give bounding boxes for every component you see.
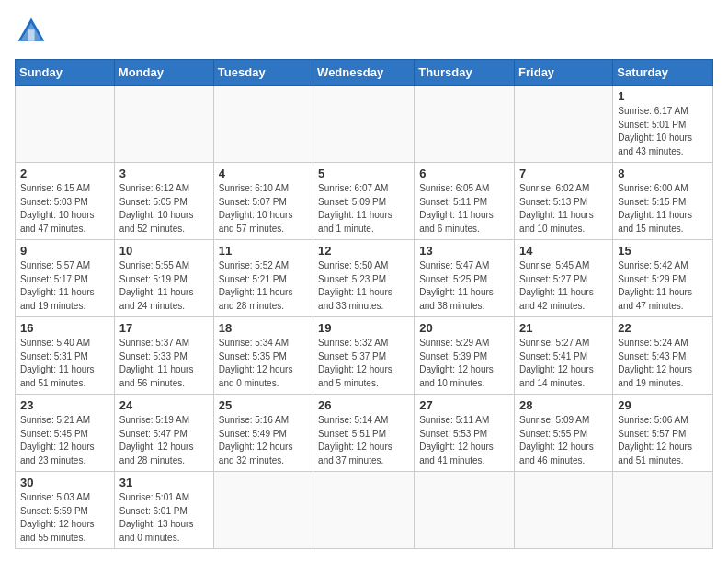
day-info: Sunrise: 5:01 AM Sunset: 6:01 PM Dayligh… (119, 491, 209, 545)
day-cell: 14Sunrise: 5:45 AM Sunset: 5:27 PM Dayli… (515, 240, 613, 317)
day-cell: 7Sunrise: 6:02 AM Sunset: 5:13 PM Daylig… (515, 163, 613, 240)
day-cell: 3Sunrise: 6:12 AM Sunset: 5:05 PM Daylig… (114, 163, 213, 240)
day-info: Sunrise: 5:32 AM Sunset: 5:37 PM Dayligh… (318, 337, 409, 390)
day-info: Sunrise: 5:57 AM Sunset: 5:17 PM Dayligh… (20, 259, 109, 313)
week-row-6: 30Sunrise: 5:03 AM Sunset: 5:59 PM Dayli… (16, 472, 713, 549)
day-cell (415, 86, 515, 163)
day-info: Sunrise: 5:11 AM Sunset: 5:53 PM Dayligh… (419, 414, 509, 467)
day-number: 20 (419, 321, 509, 335)
day-cell: 27Sunrise: 5:11 AM Sunset: 5:53 PM Dayli… (415, 395, 515, 472)
day-number: 25 (219, 398, 308, 412)
day-info: Sunrise: 6:05 AM Sunset: 5:11 PM Dayligh… (419, 182, 509, 236)
day-cell: 28Sunrise: 5:09 AM Sunset: 5:55 PM Dayli… (515, 395, 613, 472)
day-number: 28 (519, 398, 608, 412)
day-number: 10 (119, 244, 209, 258)
weekday-header-friday: Friday (515, 60, 613, 86)
week-row-4: 16Sunrise: 5:40 AM Sunset: 5:31 PM Dayli… (16, 317, 713, 395)
day-info: Sunrise: 5:03 AM Sunset: 5:59 PM Dayligh… (20, 491, 109, 545)
week-row-2: 2Sunrise: 6:15 AM Sunset: 5:03 PM Daylig… (16, 163, 713, 240)
logo (15, 15, 51, 48)
day-number: 18 (219, 321, 308, 335)
day-info: Sunrise: 5:29 AM Sunset: 5:39 PM Dayligh… (419, 337, 509, 390)
day-cell: 15Sunrise: 5:42 AM Sunset: 5:29 PM Dayli… (613, 240, 713, 317)
day-info: Sunrise: 6:12 AM Sunset: 5:05 PM Dayligh… (119, 182, 209, 236)
day-info: Sunrise: 6:15 AM Sunset: 5:03 PM Dayligh… (20, 182, 109, 236)
day-info: Sunrise: 5:47 AM Sunset: 5:25 PM Dayligh… (419, 259, 509, 313)
page-header (15, 15, 713, 48)
day-info: Sunrise: 5:52 AM Sunset: 5:21 PM Dayligh… (219, 259, 308, 313)
day-info: Sunrise: 5:27 AM Sunset: 5:41 PM Dayligh… (519, 337, 608, 390)
day-cell: 6Sunrise: 6:05 AM Sunset: 5:11 PM Daylig… (415, 163, 515, 240)
day-cell: 9Sunrise: 5:57 AM Sunset: 5:17 PM Daylig… (16, 240, 115, 317)
day-number: 22 (618, 321, 708, 335)
day-cell: 8Sunrise: 6:00 AM Sunset: 5:15 PM Daylig… (613, 163, 713, 240)
day-info: Sunrise: 6:07 AM Sunset: 5:09 PM Dayligh… (318, 182, 409, 236)
day-info: Sunrise: 5:16 AM Sunset: 5:49 PM Dayligh… (219, 414, 308, 467)
day-cell: 13Sunrise: 5:47 AM Sunset: 5:25 PM Dayli… (415, 240, 515, 317)
day-info: Sunrise: 5:21 AM Sunset: 5:45 PM Dayligh… (20, 414, 109, 467)
week-row-5: 23Sunrise: 5:21 AM Sunset: 5:45 PM Dayli… (16, 395, 713, 472)
weekday-header-wednesday: Wednesday (313, 60, 415, 86)
day-cell: 20Sunrise: 5:29 AM Sunset: 5:39 PM Dayli… (415, 317, 515, 395)
day-info: Sunrise: 6:00 AM Sunset: 5:15 PM Dayligh… (618, 182, 708, 236)
day-info: Sunrise: 5:09 AM Sunset: 5:55 PM Dayligh… (519, 414, 608, 467)
day-cell (16, 86, 115, 163)
day-info: Sunrise: 6:17 AM Sunset: 5:01 PM Dayligh… (618, 105, 708, 158)
day-cell (515, 86, 613, 163)
day-number: 2 (20, 167, 109, 180)
day-number: 17 (119, 321, 209, 335)
weekday-header-row: SundayMondayTuesdayWednesdayThursdayFrid… (16, 60, 713, 86)
day-cell (213, 86, 313, 163)
day-number: 26 (318, 398, 409, 412)
day-number: 3 (119, 167, 209, 180)
logo-icon (15, 15, 48, 48)
week-row-3: 9Sunrise: 5:57 AM Sunset: 5:17 PM Daylig… (16, 240, 713, 317)
day-info: Sunrise: 5:19 AM Sunset: 5:47 PM Dayligh… (119, 414, 209, 467)
day-cell: 1Sunrise: 6:17 AM Sunset: 5:01 PM Daylig… (613, 86, 713, 163)
day-cell (415, 472, 515, 549)
week-row-1: 1Sunrise: 6:17 AM Sunset: 5:01 PM Daylig… (16, 86, 713, 163)
day-number: 4 (219, 167, 308, 180)
day-cell: 30Sunrise: 5:03 AM Sunset: 5:59 PM Dayli… (16, 472, 115, 549)
day-cell: 2Sunrise: 6:15 AM Sunset: 5:03 PM Daylig… (16, 163, 115, 240)
day-cell: 5Sunrise: 6:07 AM Sunset: 5:09 PM Daylig… (313, 163, 415, 240)
day-number: 24 (119, 398, 209, 412)
day-number: 23 (20, 398, 109, 412)
day-info: Sunrise: 5:55 AM Sunset: 5:19 PM Dayligh… (119, 259, 209, 313)
day-number: 13 (419, 244, 509, 258)
day-info: Sunrise: 5:14 AM Sunset: 5:51 PM Dayligh… (318, 414, 409, 467)
day-number: 16 (20, 321, 109, 335)
day-info: Sunrise: 5:24 AM Sunset: 5:43 PM Dayligh… (618, 337, 708, 390)
day-cell (213, 472, 313, 549)
day-cell: 18Sunrise: 5:34 AM Sunset: 5:35 PM Dayli… (213, 317, 313, 395)
day-number: 14 (519, 244, 608, 258)
day-cell: 19Sunrise: 5:32 AM Sunset: 5:37 PM Dayli… (313, 317, 415, 395)
day-cell: 25Sunrise: 5:16 AM Sunset: 5:49 PM Dayli… (213, 395, 313, 472)
day-info: Sunrise: 5:42 AM Sunset: 5:29 PM Dayligh… (618, 259, 708, 313)
day-cell: 31Sunrise: 5:01 AM Sunset: 6:01 PM Dayli… (114, 472, 213, 549)
day-cell: 12Sunrise: 5:50 AM Sunset: 5:23 PM Dayli… (313, 240, 415, 317)
day-cell (515, 472, 613, 549)
day-cell: 21Sunrise: 5:27 AM Sunset: 5:41 PM Dayli… (515, 317, 613, 395)
day-cell (313, 472, 415, 549)
day-number: 30 (20, 476, 109, 489)
day-info: Sunrise: 5:06 AM Sunset: 5:57 PM Dayligh… (618, 414, 708, 467)
day-cell: 22Sunrise: 5:24 AM Sunset: 5:43 PM Dayli… (613, 317, 713, 395)
day-number: 31 (119, 476, 209, 489)
weekday-header-saturday: Saturday (613, 60, 713, 86)
weekday-header-thursday: Thursday (415, 60, 515, 86)
day-cell: 26Sunrise: 5:14 AM Sunset: 5:51 PM Dayli… (313, 395, 415, 472)
day-number: 6 (419, 167, 509, 180)
day-info: Sunrise: 5:50 AM Sunset: 5:23 PM Dayligh… (318, 259, 409, 313)
day-info: Sunrise: 5:40 AM Sunset: 5:31 PM Dayligh… (20, 337, 109, 390)
day-info: Sunrise: 6:02 AM Sunset: 5:13 PM Dayligh… (519, 182, 608, 236)
day-number: 15 (618, 244, 708, 258)
day-cell (613, 472, 713, 549)
day-number: 7 (519, 167, 608, 180)
day-number: 1 (618, 89, 708, 103)
day-cell: 10Sunrise: 5:55 AM Sunset: 5:19 PM Dayli… (114, 240, 213, 317)
day-number: 9 (20, 244, 109, 258)
day-cell: 11Sunrise: 5:52 AM Sunset: 5:21 PM Dayli… (213, 240, 313, 317)
day-cell (313, 86, 415, 163)
day-number: 5 (318, 167, 409, 180)
